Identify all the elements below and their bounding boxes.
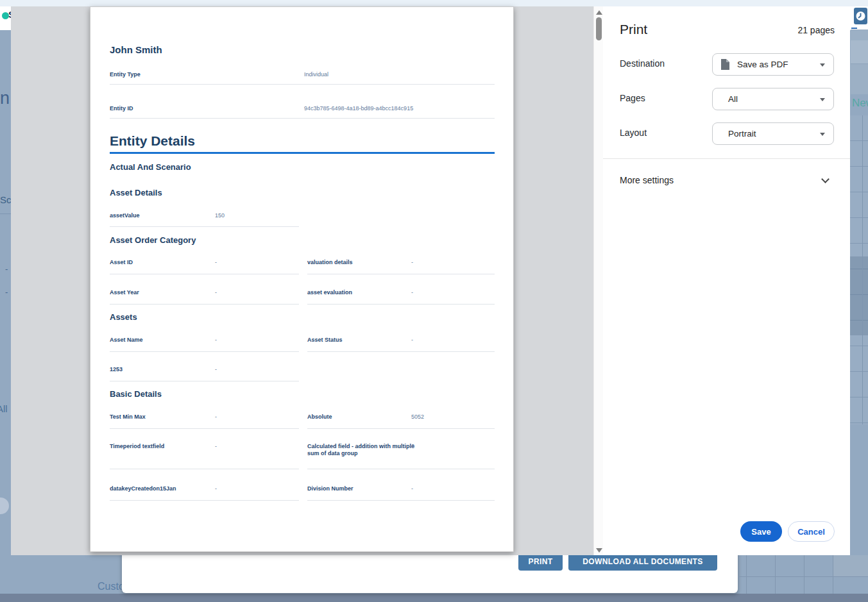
field-row: Entity ID 94c3b785-6498-4a18-bd89-a4bcc1…	[110, 105, 495, 119]
layout-value: Portrait	[728, 129, 756, 138]
field-label: assetValue	[110, 212, 140, 219]
field-label: Asset Name	[110, 337, 143, 343]
field-label: Test Min Max	[110, 414, 146, 420]
background-footer-band	[0, 594, 868, 602]
field-label: 1253	[110, 366, 123, 372]
field-row: Division Number -	[307, 485, 495, 501]
field-row: Timeperiod textfield -	[110, 443, 299, 469]
field-value: -	[215, 337, 217, 343]
background-dash: -	[5, 287, 8, 297]
page-top-strip	[0, 0, 868, 6]
clock-icon[interactable]	[854, 8, 867, 24]
field-label: Calculated field - addition with multipl…	[307, 443, 416, 457]
section-heading: Entity Details	[110, 133, 195, 149]
field-value: -	[215, 366, 217, 372]
field-row: Asset Status -	[307, 337, 495, 352]
field-value: -	[411, 337, 413, 343]
field-label: datakeyCreatedon15Jan	[110, 485, 176, 492]
field-row: assetValue 150	[110, 212, 299, 227]
arrow-up-icon[interactable]	[596, 10, 602, 15]
field-row: Calculated field - addition with multipl…	[307, 443, 495, 469]
subsection-heading: Assets	[110, 312, 137, 322]
subsection-heading: Basic Details	[110, 389, 162, 399]
field-value: -	[215, 485, 217, 492]
print-dialog: Print 21 pages Destination Save as PDF P…	[603, 6, 850, 555]
subsection-heading: Actual And Scenario	[110, 162, 191, 172]
field-label: Timeperiod textfield	[110, 443, 164, 449]
pdf-file-icon	[721, 59, 729, 70]
cancel-button[interactable]: Cancel	[788, 521, 835, 542]
background-block	[851, 40, 868, 64]
field-label: Division Number	[307, 485, 353, 492]
background-block	[851, 29, 868, 40]
print-preview-page: John Smith Entity Type Individual Entity…	[90, 6, 514, 552]
field-label: Entity Type	[110, 71, 140, 78]
grid-line	[746, 555, 747, 594]
new-link-partial[interactable]: New	[852, 97, 868, 110]
field-value: 94c3b785-6498-4a18-bd89-a4bcc184c915	[304, 105, 413, 112]
preview-scrollbar[interactable]	[593, 6, 603, 555]
caret-down-icon	[820, 98, 825, 101]
divider	[0, 213, 11, 214]
destination-value: Save as PDF	[737, 60, 788, 69]
background-table-rows-dark	[850, 256, 868, 335]
arrow-down-icon[interactable]	[596, 548, 602, 553]
download-all-documents-button[interactable]: DOWNLOAD ALL DOCUMENTS	[568, 553, 717, 571]
field-value: -	[411, 289, 413, 296]
menu-bars-icon	[851, 28, 857, 29]
field-label: Asset ID	[110, 259, 133, 265]
background-text-partial: n	[0, 88, 10, 108]
field-value: Individual	[304, 71, 328, 78]
field-label: Absolute	[307, 414, 332, 420]
customer-text-partial: Custo	[98, 581, 124, 592]
subsection-heading: Asset Details	[110, 188, 162, 197]
grid-line	[738, 576, 868, 577]
layout-label: Layout	[620, 128, 647, 138]
background-block	[851, 64, 868, 94]
layout-dropdown[interactable]: Portrait	[712, 122, 834, 145]
divider	[603, 158, 850, 159]
field-value: -	[215, 414, 217, 420]
field-row: valuation details -	[307, 259, 495, 274]
pages-value: All	[728, 94, 738, 104]
field-value: -	[215, 289, 217, 296]
chevron-down-icon	[821, 175, 830, 183]
more-settings-toggle[interactable]: More settings	[603, 168, 850, 194]
background-avatar	[0, 497, 9, 514]
grid-line	[775, 555, 776, 594]
caret-down-icon	[820, 63, 825, 67]
caret-down-icon	[820, 133, 825, 136]
field-value: -	[215, 443, 217, 449]
field-label: Entity ID	[110, 105, 133, 112]
field-label: asset evaluation	[307, 289, 352, 296]
destination-dropdown[interactable]: Save as PDF	[712, 53, 834, 76]
more-settings-label: More settings	[620, 175, 674, 185]
field-row: Asset Year -	[110, 289, 299, 305]
scrollbar-thumb[interactable]	[596, 17, 602, 40]
screen: S n Sch - - All New Custo PRINT DOWNLOAD…	[0, 0, 868, 602]
field-row: asset evaluation -	[307, 289, 495, 305]
print-button[interactable]: PRINT	[518, 553, 563, 571]
field-row: 1253 -	[110, 366, 299, 381]
background-block	[833, 555, 868, 576]
page-count: 21 pages	[797, 25, 835, 35]
print-dialog-title: Print	[620, 22, 647, 37]
field-value: 5052	[411, 414, 424, 420]
destination-label: Destination	[620, 58, 665, 69]
background-text-partial: All	[0, 403, 8, 414]
divider	[862, 115, 863, 424]
documents-modal-footer: PRINT DOWNLOAD ALL DOCUMENTS	[122, 549, 738, 593]
section-heading-rule	[110, 152, 495, 154]
field-value: 150	[215, 212, 225, 219]
subsection-heading: Asset Order Category	[110, 235, 196, 245]
field-row: datakeyCreatedon15Jan -	[110, 485, 299, 501]
field-value: -	[411, 259, 413, 265]
field-row: Asset Name -	[110, 337, 299, 352]
pages-dropdown[interactable]: All	[712, 88, 834, 110]
pages-label: Pages	[620, 93, 645, 103]
field-label: Asset Status	[307, 337, 343, 343]
field-label: valuation details	[307, 259, 353, 265]
document-title: John Smith	[110, 44, 162, 55]
field-row: Absolute 5052	[307, 414, 495, 429]
save-button[interactable]: Save	[740, 521, 782, 542]
